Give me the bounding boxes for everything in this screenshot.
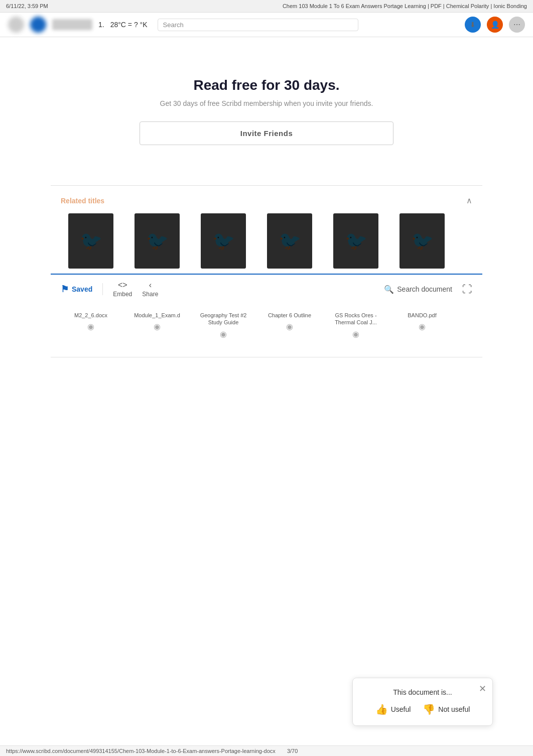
doc-item-2-title: Geography Test #2 Study Guide [193,312,253,326]
useful-icon: 👍 [375,703,388,715]
doc-item-3-title: Chapter 6 Outline [268,312,311,319]
nav-account-info [52,19,92,30]
doc-item-1-save-icon[interactable]: ◉ [154,322,161,331]
share-icon: ‹ [149,281,152,290]
not-useful-icon: 👎 [423,703,435,715]
promo-title: Read free for 30 days. [61,77,472,93]
bottom-toolbar: ⚑ Saved <> Embed ‹ Share 🔍 Search docume… [51,274,482,304]
feedback-buttons: 👍 Useful 👎 Not useful [375,703,470,715]
related-section: Related titles ∧ [51,185,482,357]
nav-search-bar[interactable]: Search [158,19,358,31]
nav-icon-3[interactable]: ⋯ [509,17,525,33]
feedback-close-button[interactable]: ✕ [479,683,486,694]
bookmark-icon: ⚑ [61,284,69,295]
related-doc-2[interactable] [127,213,187,269]
doc-item-1[interactable]: Module_1_Exam.d ◉ [127,312,187,331]
nav-icon-3-symbol: ⋯ [513,21,520,29]
saved-button[interactable]: ⚑ Saved [61,284,92,295]
related-doc-1[interactable] [61,213,121,269]
search-icon: 🔍 [384,285,394,294]
related-doc-5[interactable] [326,213,386,269]
nav-scribd-logo [30,17,46,33]
nav-formula-text: 28°C = ? °K [110,21,148,29]
doc-item-5[interactable]: BANDO.pdf ◉ [392,312,452,331]
doc-item-3[interactable]: Chapter 6 Outline ◉ [259,312,320,331]
doc-item-2-save-icon[interactable]: ◉ [220,329,227,339]
fullscreen-icon: ⛶ [462,284,472,295]
share-label: Share [142,291,158,298]
doc-item-4[interactable]: GS Rocks Ores - Thermal Coal J... ◉ [326,312,386,339]
embed-button[interactable]: <> Embed [113,281,132,298]
useful-button[interactable]: 👍 Useful [375,703,411,715]
doc-item-1-title: Module_1_Exam.d [134,312,180,319]
doc-item-4-save-icon[interactable]: ◉ [352,329,359,339]
related-doc-5-thumb [333,213,378,269]
share-button[interactable]: ‹ Share [142,281,158,298]
not-useful-button[interactable]: 👎 Not useful [423,703,470,715]
doc-item-4-title: GS Rocks Ores - Thermal Coal J... [326,312,386,326]
doc-list-row: M2_2_6.docx ◉ Module_1_Exam.d ◉ Geograph… [61,312,472,339]
toolbar-divider-1 [102,283,103,295]
nav-right-icons: ⬇ 👤 ⋯ [465,17,525,33]
not-useful-label: Not useful [438,705,470,713]
status-page-info: 3/70 [287,748,298,754]
related-doc-1-thumb [68,213,113,269]
related-title: Related titles [61,197,104,205]
promo-subtitle: Get 30 days of free Scribd membership wh… [61,99,472,107]
browser-bar: 6/11/22, 3:59 PM Chem 103 Module 1 To 6 … [0,0,533,13]
nav-icon-2[interactable]: 👤 [487,17,503,33]
embed-icon: <> [118,281,127,290]
doc-item-0[interactable]: M2_2_6.docx ◉ [61,312,121,331]
related-doc-6-thumb [399,213,445,269]
status-bar: https://www.scribd.com/document/49931415… [0,745,533,756]
related-doc-6[interactable] [392,213,452,269]
doc-item-0-title: M2_2_6.docx [74,312,107,319]
related-doc-3-thumb [201,213,246,269]
browser-timestamp: 6/11/22, 3:59 PM [6,3,48,9]
related-doc-4-thumb [267,213,312,269]
saved-label: Saved [72,285,92,293]
related-doc-3[interactable] [193,213,253,269]
promo-section: Read free for 30 days. Get 30 days of fr… [51,57,482,165]
nav-icon-2-symbol: 👤 [491,21,499,29]
related-header: Related titles ∧ [51,196,482,213]
nav-icon-1[interactable]: ⬇ [465,17,481,33]
fullscreen-button[interactable]: ⛶ [462,284,472,295]
doc-item-5-save-icon[interactable]: ◉ [419,322,426,331]
feedback-title: This document is... [393,688,452,696]
browser-tab-title: Chem 103 Module 1 To 6 Exam Answers Port… [283,3,527,9]
nav-icon-1-symbol: ⬇ [470,21,476,29]
nav-search-label: Search [163,21,184,29]
doc-item-0-save-icon[interactable]: ◉ [87,322,94,331]
useful-label: Useful [391,705,411,713]
embed-label: Embed [113,291,132,298]
search-document-button[interactable]: 🔍 Search document [384,285,452,294]
search-document-label: Search document [397,285,452,293]
doc-item-2[interactable]: Geography Test #2 Study Guide ◉ [193,312,253,339]
related-collapse-button[interactable]: ∧ [466,196,472,205]
feedback-popup: ✕ This document is... 👍 Useful 👎 Not use… [352,678,493,726]
related-doc-2-thumb [135,213,180,269]
doc-item-3-save-icon[interactable]: ◉ [286,322,293,331]
main-content: Read free for 30 days. Get 30 days of fr… [41,37,492,367]
doc-thumbnails-row [51,213,482,269]
doc-item-5-title: BANDO.pdf [408,312,436,319]
status-url: https://www.scribd.com/document/49931415… [6,748,276,754]
nav-bar: 1. 28°C = ? °K Search ⬇ 👤 ⋯ [0,13,533,37]
nav-formula-number: 1. [98,21,104,29]
nav-logo [8,17,24,33]
invite-friends-button[interactable]: Invite Friends [140,121,394,145]
related-doc-4[interactable] [259,213,320,269]
doc-list-section: M2_2_6.docx ◉ Module_1_Exam.d ◉ Geograph… [51,304,482,347]
